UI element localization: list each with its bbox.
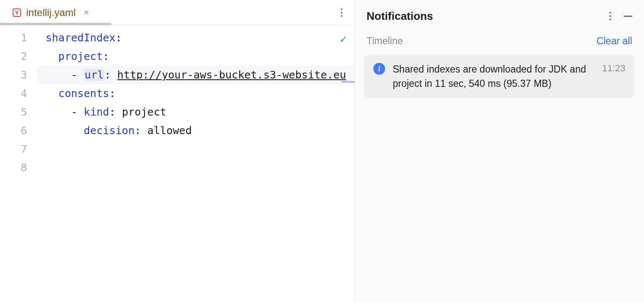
close-tab-icon[interactable]: ✕ <box>83 8 90 17</box>
inspection-ok-icon[interactable]: ✓ <box>340 30 347 48</box>
line-number: 4 <box>0 84 27 103</box>
notifications-subheader: Timeline Clear all <box>355 32 644 54</box>
timeline-label: Timeline <box>367 35 403 47</box>
line-number: 5 <box>0 103 27 121</box>
line-number: 3 <box>0 66 27 84</box>
editor-pane: Y intellij.yaml ✕ 1 2 3 4 5 6 7 8 shared… <box>0 0 355 302</box>
app-root: Y intellij.yaml ✕ 1 2 3 4 5 6 7 8 shared… <box>0 0 644 302</box>
notification-item[interactable]: i Shared indexes are downloaded for JDK … <box>364 54 635 98</box>
notifications-list: i Shared indexes are downloaded for JDK … <box>355 54 644 98</box>
notification-message: Shared indexes are downloaded for JDK an… <box>393 62 595 91</box>
notifications-more-icon[interactable] <box>606 8 614 24</box>
tab-filename: intellij.yaml <box>26 7 76 19</box>
notifications-header: Notifications <box>355 0 644 32</box>
line-number: 6 <box>0 121 27 140</box>
tabbar-actions <box>337 5 354 20</box>
code-line[interactable]: project: <box>37 47 354 66</box>
code-area[interactable]: sharedIndex: project: - url: http://your… <box>37 25 354 302</box>
code-line[interactable]: decision: allowed <box>37 121 354 140</box>
yaml-file-icon: Y <box>13 8 21 17</box>
clear-all-button[interactable]: Clear all <box>597 35 632 47</box>
error-stripe-marker[interactable] <box>342 81 354 83</box>
code-line[interactable]: - kind: project <box>37 103 354 121</box>
code-line[interactable]: - url: http://your-aws-bucket.s3-website… <box>37 66 354 84</box>
line-number: 7 <box>0 140 27 159</box>
file-tab[interactable]: Y intellij.yaml ✕ <box>0 0 98 25</box>
line-gutter: 1 2 3 4 5 6 7 8 <box>0 25 37 302</box>
code-line[interactable]: consents: <box>37 84 354 103</box>
tab-bar: Y intellij.yaml ✕ <box>0 0 354 25</box>
notifications-header-actions <box>606 8 632 24</box>
notifications-pane: Notifications Timeline Clear all i Share… <box>355 0 644 302</box>
editor-body[interactable]: 1 2 3 4 5 6 7 8 sharedIndex: project: - … <box>0 25 354 302</box>
line-number: 8 <box>0 159 27 177</box>
code-line[interactable] <box>37 159 354 177</box>
notification-time: 11:23 <box>602 63 625 91</box>
code-line[interactable] <box>37 140 354 159</box>
minimize-icon[interactable] <box>624 16 632 17</box>
editor-more-icon[interactable] <box>337 5 346 20</box>
line-number: 2 <box>0 47 27 66</box>
notifications-title: Notifications <box>367 10 433 23</box>
code-line[interactable]: sharedIndex: <box>37 29 354 47</box>
info-icon: i <box>373 63 385 75</box>
line-number: 1 <box>0 29 27 47</box>
